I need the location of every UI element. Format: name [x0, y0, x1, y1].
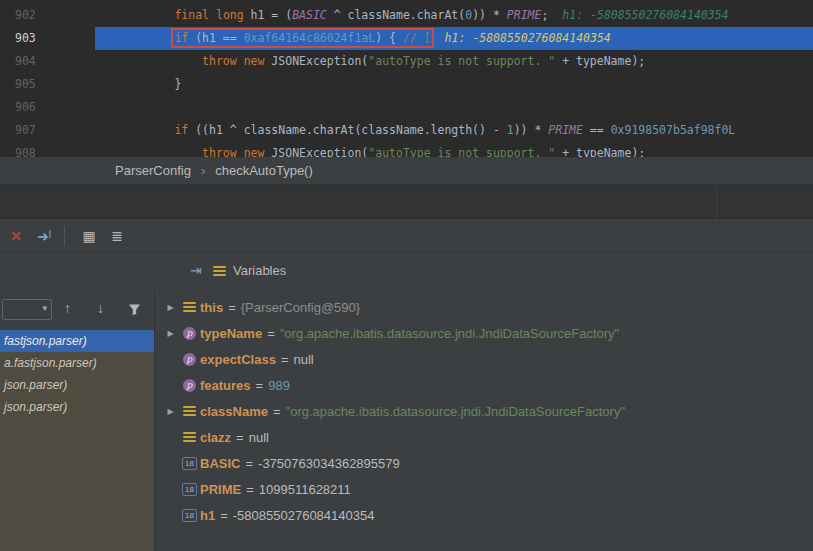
variable-row[interactable]: clazz=null [156, 424, 813, 450]
inline-debugger-hint: h1: -5808550276084140354 [562, 8, 728, 22]
code-token: if [174, 123, 188, 137]
code-line[interactable]: throw new JSONException("autoType is not… [0, 50, 813, 73]
code-token [209, 8, 216, 22]
equals-sign: = [273, 404, 281, 419]
tab-variables[interactable]: Variables [213, 263, 286, 278]
variable-name: this [200, 300, 223, 315]
variable-type-icon [179, 404, 200, 418]
code-token: (h1 == [188, 31, 243, 45]
variable-value: -3750763034362895579 [258, 456, 400, 471]
variable-row[interactable]: 18h1=-5808550276084140354 [156, 502, 813, 528]
variable-type-icon: 18 [179, 509, 200, 522]
variable-row[interactable]: 18PRIME=1099511628211 [156, 476, 813, 502]
ide-debugger-window: 902903904905906907908 final long h1 = (B… [0, 0, 813, 551]
variable-row[interactable]: 18BASIC=-3750763034362895579 [156, 450, 813, 476]
expand-arrow-icon[interactable]: ▶ [162, 303, 179, 312]
parameter-icon: p [183, 353, 196, 366]
code-token [237, 54, 244, 68]
code-token: long [216, 8, 244, 22]
variable-name: features [200, 378, 251, 393]
code-line[interactable]: if (h1 == 0xaf64164c86024f1aL) { // [h1:… [0, 27, 813, 50]
code-token: 0xaf64164c86024f1aL [244, 31, 376, 45]
variable-value: 989 [268, 378, 290, 393]
code-token: "autoType is not support. " [368, 146, 555, 157]
variable-value: "org.apache.ibatis.datasource.jndi.JndiD… [280, 326, 619, 341]
code-token: throw [202, 54, 237, 68]
breadcrumb-class[interactable]: ParserConfig [115, 163, 191, 178]
object-icon [183, 300, 196, 314]
code-editor[interactable]: 902903904905906907908 final long h1 = (B… [0, 0, 813, 157]
debugger-tab-strip: ⇥ Variables [0, 253, 813, 291]
variable-type-icon: 18 [179, 457, 200, 470]
code-token: )) * [514, 123, 549, 137]
code-token: + typeName); [555, 146, 645, 157]
variable-type-icon [179, 430, 200, 444]
inline-debugger-hint: h1: -5808550276084140354 [445, 31, 611, 45]
run-to-cursor-icon[interactable]: ➜ᴵ [32, 228, 56, 244]
evaluate-expression-icon[interactable]: ▦ [77, 228, 101, 244]
show-execution-point-icon[interactable]: ⇥ [190, 262, 202, 278]
code-token [119, 54, 202, 68]
expand-arrow-icon[interactable]: ▶ [162, 407, 179, 416]
stack-frames-list: fastjson.parser)a.fastjson.parser)json.p… [0, 330, 154, 551]
stack-frame[interactable]: json.parser) [0, 396, 154, 418]
parameter-icon: p [183, 379, 196, 392]
breadcrumb-method[interactable]: checkAutoType() [215, 163, 313, 178]
code-token: JSONException( [264, 146, 368, 157]
tab-label: Variables [233, 263, 286, 278]
equals-sign: = [220, 508, 228, 523]
thread-selector-dropdown[interactable]: ▾ [2, 299, 52, 320]
code-line[interactable]: final long h1 = (BASIC ^ className.charA… [0, 4, 813, 27]
code-line[interactable]: throw new JSONException("autoType is not… [0, 142, 813, 157]
code-line[interactable] [0, 96, 813, 119]
variable-row[interactable]: ▶className="org.apache.ibatis.datasource… [156, 398, 813, 424]
equals-sign: = [236, 430, 244, 445]
variable-value: -5808550276084140354 [233, 508, 375, 523]
frame-up-icon[interactable]: ↑ [64, 301, 71, 315]
variable-type-icon: p [179, 353, 200, 366]
code-token [119, 8, 174, 22]
code-token: "autoType is not support. " [368, 54, 555, 68]
variable-value: {ParserConfig@590} [241, 300, 360, 315]
debug-toolbar: ✕ ➜ᴵ ▦ ≣ [0, 219, 813, 253]
variable-row[interactable]: ▶this={ParserConfig@590} [156, 294, 813, 320]
chevron-down-icon: ▾ [42, 303, 47, 313]
code-token: 0x9198507b5af98f0L [611, 123, 736, 137]
view-options-icon[interactable]: ≣ [105, 228, 129, 244]
variable-type-icon: p [179, 327, 200, 340]
variable-row[interactable]: ▶ptypeName="org.apache.ibatis.datasource… [156, 320, 813, 346]
frame-down-icon[interactable]: ↓ [97, 301, 104, 315]
variable-value: null [249, 430, 269, 445]
code-token: if [174, 31, 188, 45]
code-token: PRIME [548, 123, 583, 137]
primitive-icon: 18 [182, 457, 197, 470]
filter-icon[interactable] [128, 303, 141, 318]
code-token: // [ [403, 31, 431, 45]
expand-arrow-icon[interactable]: ▶ [162, 329, 179, 338]
code-line[interactable]: if ((h1 ^ className.charAt(className.len… [0, 119, 813, 142]
stack-frame[interactable]: fastjson.parser) [0, 330, 154, 352]
stack-frame[interactable]: json.parser) [0, 374, 154, 396]
code-token: == [583, 123, 611, 137]
code-token: )) * [472, 8, 507, 22]
debugger-content: ▾ ↑ ↓ fastjson.parser)a.fastjson.parser)… [0, 291, 813, 551]
code-token [119, 31, 174, 45]
breadcrumb-separator-icon: › [201, 163, 205, 178]
code-token: JSONException( [264, 54, 368, 68]
variable-name: typeName [200, 326, 262, 341]
mute-breakpoints-icon[interactable]: ✕ [4, 228, 28, 244]
code-token: ) { [375, 31, 403, 45]
variable-value: "org.apache.ibatis.datasource.jndi.JndiD… [286, 404, 625, 419]
variable-row[interactable]: pexpectClass=null [156, 346, 813, 372]
code-token [119, 123, 174, 137]
equals-sign: = [245, 456, 253, 471]
code-token: new [244, 54, 265, 68]
equals-sign: = [246, 482, 254, 497]
equals-sign: = [228, 300, 236, 315]
variable-row[interactable]: pfeatures=989 [156, 372, 813, 398]
code-line[interactable]: } [0, 73, 813, 96]
variable-type-icon [179, 300, 200, 314]
code-token: + typeName); [555, 54, 645, 68]
code-token: new [244, 146, 265, 157]
stack-frame[interactable]: a.fastjson.parser) [0, 352, 154, 374]
